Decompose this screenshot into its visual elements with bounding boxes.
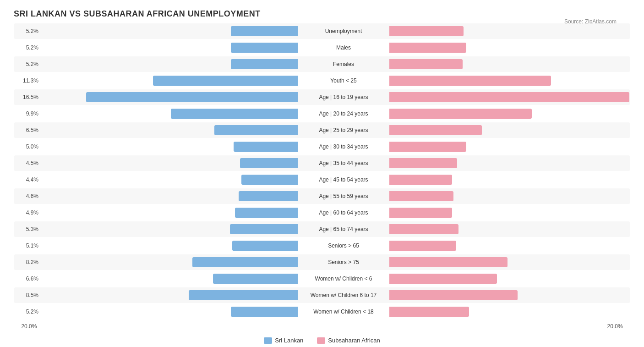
chart-row: 5.1% Seniors > 65 5.2% (14, 238, 630, 253)
left-value: 5.2% (14, 44, 41, 51)
right-bar-wrap (389, 191, 644, 201)
row-label: Age | 16 to 19 years (298, 94, 389, 100)
chart-row: 8.5% Women w/ Children 6 to 17 10.0% (14, 287, 630, 303)
left-value: 8.5% (14, 292, 41, 298)
right-bar-wrap (389, 125, 644, 135)
left-value: 11.3% (14, 77, 41, 84)
left-bar (86, 92, 298, 102)
chart-row: 5.0% Age | 30 to 34 years 6.0% (14, 139, 630, 154)
left-bar (232, 241, 298, 251)
right-bar (389, 109, 532, 119)
right-bar-wrap (389, 109, 644, 119)
chart-row: 4.4% Age | 45 to 54 years 4.9% (14, 172, 630, 187)
legend-subsaharan: Subsaharan African (317, 337, 380, 344)
left-bar (192, 257, 298, 267)
left-bar-wrap (41, 158, 298, 168)
right-bar (389, 158, 457, 168)
left-bar (213, 274, 298, 284)
subsaharan-label: Subsaharan African (328, 337, 380, 344)
chart-row: 11.3% Youth < 25 12.6% (14, 73, 630, 88)
left-bar (231, 43, 298, 53)
right-bar (389, 208, 452, 218)
left-bar-wrap (41, 92, 298, 102)
chart-title: SRI LANKAN VS SUBSAHARAN AFRICAN UNEMPLO… (14, 9, 630, 19)
left-bar (235, 208, 298, 218)
right-bar (389, 307, 469, 317)
left-value: 5.3% (14, 226, 41, 232)
chart-row: 5.3% Age | 65 to 74 years 5.4% (14, 221, 630, 237)
chart-row: 16.5% Age | 16 to 19 years 18.7% (14, 89, 630, 105)
legend-sri-lankan: Sri Lankan (264, 337, 303, 344)
left-value: 6.6% (14, 275, 41, 282)
chart-row: 5.2% Unemployment 5.8% (14, 23, 630, 39)
right-bar-wrap (389, 224, 644, 234)
right-bar-wrap (389, 241, 644, 251)
left-bar-wrap (41, 26, 298, 36)
right-bar-wrap (389, 76, 644, 86)
right-bar-wrap (389, 175, 644, 185)
right-bar-wrap (389, 274, 644, 284)
row-label: Women w/ Children 6 to 17 (298, 292, 389, 298)
row-label: Seniors > 65 (298, 242, 389, 249)
chart-row: 8.2% Seniors > 75 9.2% (14, 254, 630, 270)
right-bar-wrap (389, 59, 644, 69)
right-bar-wrap (389, 26, 644, 36)
left-bar (239, 191, 298, 201)
row-label: Age | 35 to 44 years (298, 160, 389, 166)
right-bar-wrap (389, 92, 644, 102)
right-bar-wrap (389, 43, 644, 53)
left-bar-wrap (41, 290, 298, 300)
row-label: Women w/ Children < 18 (298, 308, 389, 315)
right-bar (389, 76, 551, 86)
right-bar (389, 257, 508, 267)
left-value: 5.0% (14, 143, 41, 150)
legend: Sri Lankan Subsaharan African (14, 337, 630, 344)
left-value: 4.5% (14, 160, 41, 166)
row-label: Age | 30 to 34 years (298, 143, 389, 150)
left-bar-wrap (41, 257, 298, 267)
chart-row: 4.5% Age | 35 to 44 years 5.3% (14, 155, 630, 171)
left-value: 5.2% (14, 308, 41, 315)
left-bar (189, 290, 298, 300)
right-bar (389, 26, 464, 36)
row-label: Age | 65 to 74 years (298, 226, 389, 232)
subsaharan-color-box (317, 337, 325, 344)
right-bar (389, 274, 497, 284)
left-value: 4.4% (14, 176, 41, 183)
chart-row: 6.5% Age | 25 to 29 years 7.2% (14, 122, 630, 138)
left-value: 9.9% (14, 110, 41, 117)
right-bar (389, 241, 456, 251)
chart-container: 5.2% Unemployment 5.8% 5.2% Males 6.0% 5… (14, 23, 630, 319)
right-bar-wrap (389, 158, 644, 168)
left-bar (231, 26, 298, 36)
left-value: 16.5% (14, 94, 41, 100)
left-bar-wrap (41, 274, 298, 284)
right-bar (389, 125, 482, 135)
left-bar-wrap (41, 191, 298, 201)
sri-lankan-label: Sri Lankan (275, 337, 303, 344)
right-bar (389, 224, 458, 234)
left-bar (241, 175, 298, 185)
left-bar (214, 125, 298, 135)
left-bar (231, 59, 298, 69)
row-label: Women w/ Children < 6 (298, 275, 389, 282)
right-bar (389, 290, 518, 300)
scale-right-label: 20.0% (605, 323, 630, 330)
left-bar-wrap (41, 208, 298, 218)
left-bar (234, 142, 298, 152)
row-label: Age | 55 to 59 years (298, 193, 389, 199)
left-bar-wrap (41, 76, 298, 86)
left-value: 8.2% (14, 259, 41, 265)
left-value: 6.5% (14, 127, 41, 133)
chart-row: 9.9% Age | 20 to 24 years 11.1% (14, 106, 630, 121)
right-bar-wrap (389, 307, 644, 317)
left-bar (231, 307, 298, 317)
scale-left-label: 20.0% (14, 323, 39, 330)
right-bar (389, 191, 453, 201)
row-label: Youth < 25 (298, 77, 389, 84)
left-bar-wrap (41, 307, 298, 317)
right-bar (389, 92, 629, 102)
chart-row: 4.6% Age | 55 to 59 years 5.0% (14, 188, 630, 204)
right-bar (389, 142, 466, 152)
left-bar (171, 109, 298, 119)
